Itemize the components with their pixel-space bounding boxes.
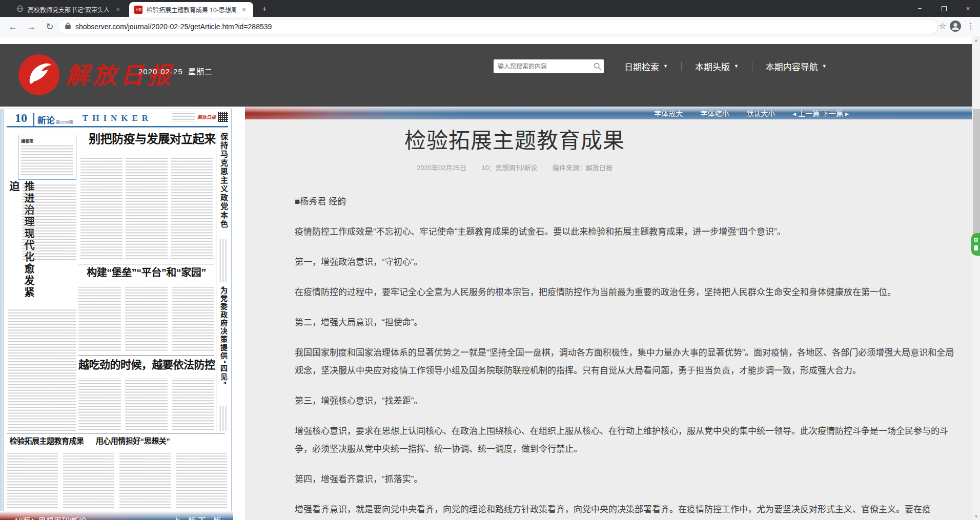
newsprint-text-block (126, 158, 168, 261)
scroll-down-icon[interactable]: ▼ (972, 514, 980, 519)
close-window-button[interactable]: × (956, 0, 980, 17)
newsprint-text-block (172, 379, 214, 430)
tab-close-icon[interactable]: × (114, 6, 122, 13)
article-paragraph: 增强核心意识，要求在思想上认同核心、在政治上围绕核心、在组织上服从核心、在行动上… (295, 422, 960, 458)
newsprint-text-block (172, 112, 195, 122)
avatar[interactable] (949, 20, 962, 34)
newsprint-text-block (119, 453, 171, 510)
minimize-button[interactable]: − (908, 0, 932, 17)
headline-bottom-mid[interactable]: 用心用情担好“思想关” (94, 437, 172, 446)
headline-3[interactable]: 越吃劲的时候，越要依法防控 (78, 359, 214, 370)
article-title: 检验拓展主题教育成果 (245, 123, 784, 154)
article-panel: 字体放大 字体缩小 默认大小 ◂ 上一篇 下一篇 ▸ 检验拓展主题教育成果 20… (245, 107, 972, 520)
nav-toc[interactable]: 本期内容导航 ▼ (752, 60, 840, 73)
newsprint-text-block (22, 184, 76, 261)
masthead-info: 解放日报 (172, 112, 228, 122)
article-byline: ■杨秀君 经韵 (295, 193, 960, 211)
font-default-button[interactable]: 默认大小 (746, 108, 775, 118)
article-meta: 2020年02月25日 10：思想周刊/新论 稿件来源：解放日报 (245, 162, 784, 172)
article-rule (78, 355, 214, 356)
next-arrow-icon: ▸ (223, 516, 227, 520)
maximize-icon (942, 6, 947, 11)
article-paragraph: 第三，增强核心意识，“找差距”。 (295, 392, 960, 410)
newsprint-text-block (8, 309, 76, 431)
prev-article-button[interactable]: 上一篇 (798, 110, 820, 118)
bookmark-star-icon[interactable]: ☆ (939, 21, 946, 31)
article-paragraph: 增强看齐意识，就是要向党中央看齐，向党的理论和路线方针政策看齐，向党中央的决策部… (295, 501, 960, 518)
chevron-down-icon: ▼ (734, 64, 739, 69)
issue-date: 2020-02-25 星期二 (138, 66, 213, 76)
prev-arrow-icon: ◂ (167, 516, 171, 520)
newsprint-text-block (21, 145, 73, 177)
column-rule (216, 132, 216, 433)
browser-toolbar: ← → ↻ ☆ ⋮ (0, 17, 980, 36)
url-input[interactable] (75, 23, 930, 31)
address-bar[interactable] (57, 19, 938, 34)
tab-bar: 高校教师党支部书记“双带头人”工 × 上观 检验拓展主题教育成果 10-思想周 … (0, 0, 980, 17)
newsprint-text-block (7, 453, 58, 510)
headline-vertical-right-1[interactable]: 保持马克思主义政党本色 (218, 133, 229, 235)
font-larger-button[interactable]: 字体放大 (654, 108, 683, 118)
newspaper-scan[interactable]: 10 新论 第2220期 THINKER 解放日报 编者按 别把防疫与发展对立起… (3, 109, 232, 511)
prev-page-button[interactable]: 上一版 (173, 516, 196, 520)
meta-source: 稿件来源：解放日报 (553, 164, 612, 172)
nav-date-search[interactable]: 日期检索 ▼ (611, 60, 681, 73)
article-paragraph: 疫情防控工作成效是“不忘初心、牢记使命”主题教育成果的试金石。要以此来检验和拓展… (295, 223, 960, 241)
article-paragraph: 第二，增强大局意识，“担使命”。 (295, 314, 960, 331)
page-pager-label: 10版：思想周刊/新论 (14, 515, 87, 520)
back-button[interactable]: ← (6, 20, 19, 34)
article-paragraph: 第一，增强政治意识，“守初心”。 (295, 253, 960, 271)
next-arrow-icon: ▸ (845, 110, 849, 118)
chevron-down-icon: ▼ (822, 64, 827, 69)
mini-masthead: 解放日报 (197, 114, 216, 120)
forward-button[interactable]: → (25, 20, 38, 34)
globe-icon (16, 5, 24, 14)
contact-icon-bar (974, 245, 978, 251)
font-smaller-button[interactable]: 字体缩小 (700, 108, 729, 118)
next-article-button[interactable]: 下一篇 (822, 110, 843, 118)
page-edge (0, 109, 3, 511)
header-nav: 日期检索 ▼ 本期头版 ▼ 本期内容导航 ▼ (611, 58, 840, 74)
newsprint-text-block (125, 287, 168, 352)
lock-icon (65, 22, 71, 31)
scrollbar-thumb[interactable] (973, 109, 980, 238)
headline-bottom-left[interactable]: 检验拓展主题教育成果 (6, 437, 88, 446)
tab-close-icon[interactable]: × (240, 6, 248, 13)
page-pager-bar: 10版：思想周刊/新论 ◂ 上一版 下一版 ▸ (0, 512, 233, 520)
tab-active[interactable]: 上观 检验拓展主题教育成果 10-思想周 × (129, 2, 253, 17)
masthead-rule (7, 126, 228, 128)
article-paragraph: 第四，增强看齐意识，“抓落实”。 (295, 470, 960, 488)
search-icon[interactable] (590, 59, 604, 73)
jfdaily-logo[interactable] (18, 54, 59, 95)
site-header: 解放日报 2020-02-25 星期二 日期检索 ▼ 本期头版 ▼ (0, 44, 980, 107)
contact-icon (974, 238, 978, 242)
newsprint-text-block (125, 379, 168, 430)
newsprint-text-block (171, 158, 213, 261)
newsprint-text-block (219, 239, 228, 282)
floating-contact-badge[interactable] (971, 233, 980, 256)
page-scrollbar[interactable]: ▲ ▼ (972, 36, 980, 520)
article-paragraph: 在疫情防控的过程中，要牢记全心全意为人民服务的根本宗旨，把疫情防控作为当前最为重… (295, 283, 960, 301)
scroll-up-icon[interactable]: ▲ (972, 38, 980, 43)
newsprint-text-block (176, 453, 227, 510)
new-tab-button[interactable]: + (259, 4, 270, 14)
headline-vertical-right-2[interactable]: 为党委政府决策提供“四见” (218, 286, 229, 403)
newsprint-text-block (78, 287, 121, 352)
section-rule (7, 433, 225, 433)
nav-front-page[interactable]: 本期头版 ▼ (682, 60, 752, 73)
newspaper-page-panel: 10 新论 第2220期 THINKER 解放日报 编者按 别把防疫与发展对立起… (0, 107, 245, 520)
newsprint-text-block (63, 453, 114, 510)
maximize-button[interactable] (932, 0, 956, 17)
article-paragraph: 我国国家制度和国家治理体系的显著优势之一就是“坚持全国一盘棋，调动各方面积极性，… (295, 344, 960, 380)
article-header: 检验拓展主题教育成果 2020年02月25日 10：思想周刊/新论 稿件来源：解… (245, 123, 784, 172)
menu-dots-icon[interactable]: ⋮ (967, 21, 975, 31)
headline-main[interactable]: 别把防疫与发展对立起来 (79, 133, 225, 145)
tab-inactive[interactable]: 高校教师党支部书记“双带头人”工 × (11, 2, 127, 17)
search-input[interactable] (494, 63, 590, 70)
reader-toolbar: 字体放大 字体缩小 默认大小 ◂ 上一篇 下一篇 ▸ (245, 107, 972, 119)
headline-2[interactable]: 构建“堡垒”“平台”和“家园” (78, 267, 214, 278)
next-page-button[interactable]: 下一版 (198, 516, 221, 520)
meta-date: 2020年02月25日 (417, 164, 466, 172)
qr-code (218, 112, 228, 122)
refresh-button[interactable]: ↻ (43, 20, 56, 34)
